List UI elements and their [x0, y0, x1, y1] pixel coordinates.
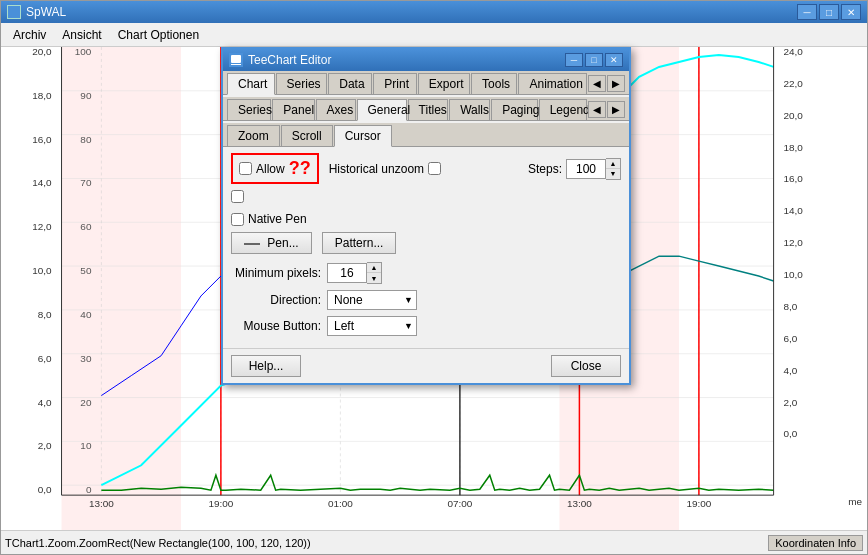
- historical-unzoom-row: Historical unzoom: [329, 162, 441, 176]
- svg-text:0,0: 0,0: [784, 428, 798, 439]
- svg-rect-70: [231, 64, 241, 65]
- svg-text:10,0: 10,0: [784, 269, 804, 280]
- main-window: SpWAL ─ □ ✕ Archiv Ansicht Chart Optione…: [0, 0, 868, 555]
- steps-spinner-buttons: ▲ ▼: [606, 158, 621, 180]
- svg-text:20,0: 20,0: [784, 110, 804, 121]
- tab-series2[interactable]: Series: [227, 99, 271, 120]
- min-pixels-spinner: ▲ ▼: [327, 262, 382, 284]
- tab-series[interactable]: Series: [276, 73, 328, 94]
- min-pixels-label: Minimum pixels:: [231, 266, 321, 280]
- tab-tools[interactable]: Tools: [471, 73, 517, 94]
- svg-text:4,0: 4,0: [38, 397, 52, 408]
- dialog-controls: ─ □ ✕: [565, 53, 623, 67]
- steps-input[interactable]: [566, 159, 606, 179]
- svg-text:0: 0: [86, 484, 92, 495]
- menu-chart-optionen[interactable]: Chart Optionen: [110, 26, 207, 44]
- status-text: TChart1.Zoom.ZoomRect(New Rectangle(100,…: [5, 537, 768, 549]
- svg-text:12,0: 12,0: [32, 221, 52, 232]
- native-pen-checkbox[interactable]: [231, 213, 244, 226]
- tab-row2-next[interactable]: ▶: [607, 101, 625, 118]
- app-icon: [7, 5, 21, 19]
- direction-select[interactable]: None Horizontal Vertical Both: [327, 290, 417, 310]
- mouse-button-select[interactable]: Left Right Middle: [327, 316, 417, 336]
- tab-row2-prev[interactable]: ◀: [588, 101, 606, 118]
- maximize-button[interactable]: □: [819, 4, 839, 20]
- svg-text:8,0: 8,0: [784, 301, 798, 312]
- tab-row-2: Series Panel Axes General Titles Walls P…: [223, 97, 629, 121]
- tab-walls[interactable]: Walls: [449, 99, 490, 120]
- svg-text:2,0: 2,0: [784, 397, 798, 408]
- dialog-title-bar: TeeChart Editor ─ □ ✕: [223, 49, 629, 71]
- min-pixels-decrement[interactable]: ▼: [367, 273, 381, 283]
- steps-spinner: ▲ ▼: [566, 158, 621, 180]
- svg-text:6,0: 6,0: [38, 353, 52, 364]
- dialog-footer: Help... Close: [223, 348, 629, 383]
- svg-text:12,0: 12,0: [784, 237, 804, 248]
- second-checkbox[interactable]: [231, 190, 244, 203]
- min-pixels-spinner-buttons: ▲ ▼: [367, 262, 382, 284]
- dialog-close-button[interactable]: ✕: [605, 53, 623, 67]
- tab-row1-prev[interactable]: ◀: [588, 75, 606, 92]
- tab-data[interactable]: Data: [328, 73, 372, 94]
- svg-text:me: me: [848, 496, 862, 507]
- svg-text:60: 60: [80, 221, 92, 232]
- tab-paging[interactable]: Paging: [491, 99, 538, 120]
- svg-text:10: 10: [80, 440, 92, 451]
- svg-text:70: 70: [80, 177, 92, 188]
- teechart-editor-dialog: TeeChart Editor ─ □ ✕ Chart Series Data …: [221, 47, 631, 385]
- tab-zoom[interactable]: Zoom: [227, 125, 280, 146]
- menu-archiv[interactable]: Archiv: [5, 26, 54, 44]
- close-button[interactable]: ✕: [841, 4, 861, 20]
- dialog-icon: [229, 53, 243, 67]
- allow-checkbox[interactable]: [239, 162, 252, 175]
- steps-decrement[interactable]: ▼: [606, 169, 620, 179]
- tab-row-1: Chart Series Data Print Export Tools Ani…: [223, 71, 629, 95]
- app-title: SpWAL: [26, 5, 797, 19]
- svg-text:13:00: 13:00: [567, 498, 592, 509]
- koordinaten-info-button[interactable]: Koordinaten Info: [768, 535, 863, 551]
- tab-legend[interactable]: Legend: [539, 99, 587, 120]
- close-button[interactable]: Close: [551, 355, 621, 377]
- tab-cursor[interactable]: Cursor: [334, 125, 392, 147]
- tab-titles[interactable]: Titles: [408, 99, 449, 120]
- steps-row: Steps: ▲ ▼: [528, 158, 621, 180]
- tab-chart[interactable]: Chart: [227, 73, 275, 95]
- svg-text:10,0: 10,0: [32, 265, 52, 276]
- svg-rect-69: [231, 55, 241, 63]
- svg-text:90: 90: [80, 90, 92, 101]
- direction-select-wrap: None Horizontal Vertical Both ▼: [327, 290, 417, 310]
- svg-text:8,0: 8,0: [38, 309, 52, 320]
- mouse-button-select-wrap: Left Right Middle ▼: [327, 316, 417, 336]
- native-pen-label: Native Pen: [248, 212, 307, 226]
- native-pen-row: Native Pen: [231, 212, 621, 226]
- historical-unzoom-checkbox[interactable]: [428, 162, 441, 175]
- svg-text:20,0: 20,0: [32, 47, 52, 57]
- tab-panel[interactable]: Panel: [272, 99, 314, 120]
- title-bar-controls: ─ □ ✕: [797, 4, 861, 20]
- dialog-minimize-button[interactable]: ─: [565, 53, 583, 67]
- svg-text:18,0: 18,0: [784, 142, 804, 153]
- tab-animation[interactable]: Animation: [518, 73, 587, 94]
- tab-row-3: Zoom Scroll Cursor: [223, 123, 629, 147]
- steps-increment[interactable]: ▲: [606, 159, 620, 169]
- help-button[interactable]: Help...: [231, 355, 301, 377]
- minimize-button[interactable]: ─: [797, 4, 817, 20]
- svg-rect-1: [62, 47, 182, 530]
- menu-ansicht[interactable]: Ansicht: [54, 26, 109, 44]
- tab-axes[interactable]: Axes: [316, 99, 356, 120]
- svg-text:19:00: 19:00: [686, 498, 711, 509]
- svg-text:22,0: 22,0: [784, 78, 804, 89]
- allow-highlight-box: Allow ??: [231, 153, 319, 184]
- second-checkbox-row: [231, 190, 621, 206]
- tab-print[interactable]: Print: [373, 73, 417, 94]
- pen-button[interactable]: Pen...: [231, 232, 312, 254]
- dialog-maximize-button[interactable]: □: [585, 53, 603, 67]
- tab-export[interactable]: Export: [418, 73, 470, 94]
- svg-text:16,0: 16,0: [784, 173, 804, 184]
- tab-scroll[interactable]: Scroll: [281, 125, 333, 146]
- pattern-button[interactable]: Pattern...: [322, 232, 397, 254]
- min-pixels-increment[interactable]: ▲: [367, 263, 381, 273]
- tab-general[interactable]: General: [357, 99, 407, 121]
- tab-row1-next[interactable]: ▶: [607, 75, 625, 92]
- min-pixels-input[interactable]: [327, 263, 367, 283]
